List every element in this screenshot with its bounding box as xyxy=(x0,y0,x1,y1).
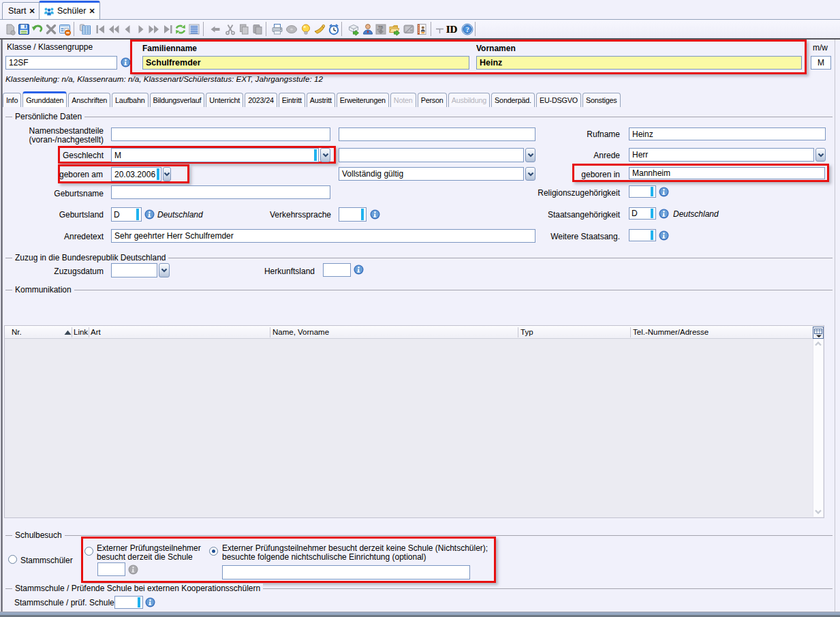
chevron-down-icon[interactable] xyxy=(815,148,826,162)
close-icon[interactable]: ✕ xyxy=(89,7,95,16)
column-header-link[interactable]: Link xyxy=(74,328,88,336)
herkunftsland-input[interactable] xyxy=(323,263,351,277)
table-config-button[interactable] xyxy=(813,327,824,339)
print-icon[interactable] xyxy=(270,22,284,36)
chevron-down-icon[interactable] xyxy=(525,148,535,162)
geschlecht-zusatz-combo[interactable] xyxy=(339,148,535,162)
first-record-icon[interactable] xyxy=(93,22,107,36)
tab-grunddaten[interactable]: Grunddaten xyxy=(22,91,67,107)
combo-field[interactable]: Vollständig gültig xyxy=(339,167,524,181)
column-header-name-vorname[interactable]: Name, Vorname xyxy=(273,328,329,336)
stammschueler-radio[interactable] xyxy=(8,555,17,564)
tab-laufbahn[interactable]: Laufbahn xyxy=(112,93,148,107)
new-record-icon[interactable] xyxy=(3,22,17,36)
fast-forward-icon[interactable] xyxy=(147,22,161,36)
chevron-down-icon[interactable] xyxy=(525,167,535,181)
column-header-art[interactable]: Art xyxy=(91,328,101,336)
verkehrssprache-input[interactable] xyxy=(339,207,367,222)
extern-besucht-schule-radio[interactable] xyxy=(84,547,93,556)
screen-icon[interactable] xyxy=(402,22,416,36)
student-icon[interactable] xyxy=(361,22,375,36)
tab-austritt[interactable]: Austritt xyxy=(307,93,335,107)
anrede-combo[interactable]: Herr xyxy=(629,148,826,162)
tab-2023-24[interactable]: 2023/24 xyxy=(245,93,277,107)
column-separator[interactable] xyxy=(89,327,89,337)
religion-input[interactable] xyxy=(629,185,656,198)
stammschule-info-icon[interactable] xyxy=(145,597,155,607)
undo-icon[interactable] xyxy=(31,22,44,36)
weitere-staatsang-info-icon[interactable] xyxy=(659,230,669,241)
id-button[interactable]: ID xyxy=(444,22,460,36)
staatsang-info-icon[interactable] xyxy=(659,209,669,219)
geboren-am-combo[interactable]: 20.03.2006 xyxy=(111,167,169,181)
herkunftsland-info-icon[interactable] xyxy=(354,265,364,275)
combo-field[interactable]: 20.03.2006 xyxy=(111,167,161,181)
window-tab-start[interactable]: Start ✕ xyxy=(2,2,42,19)
tab-erweiterungen[interactable]: Erweiterungen xyxy=(337,93,389,107)
geburtsname-input[interactable] xyxy=(111,185,330,199)
geschlecht-combo[interactable]: M xyxy=(111,148,330,162)
geburtsland-info-icon[interactable] xyxy=(144,209,155,220)
column-separator[interactable] xyxy=(518,327,518,337)
combo-field[interactable]: Herr xyxy=(629,148,814,162)
tb-transfer-icon[interactable]: TB xyxy=(374,22,388,36)
religion-info-icon[interactable] xyxy=(659,187,669,197)
anredetext-input[interactable]: Sehr geehrter Herr Schulfremder xyxy=(111,229,535,243)
previous-icon[interactable] xyxy=(121,22,134,36)
folder-export-icon[interactable] xyxy=(388,22,401,36)
list-view-icon[interactable] xyxy=(187,22,201,36)
mw-input[interactable]: M xyxy=(811,56,831,70)
tab-person[interactable]: Person xyxy=(418,93,447,107)
navigate-back-icon[interactable] xyxy=(208,22,222,36)
help-icon[interactable]: ? xyxy=(461,22,474,36)
last-record-icon[interactable] xyxy=(161,22,175,36)
tab-sonderpaed[interactable]: Sonderpäd. xyxy=(491,93,535,107)
chevron-down-icon[interactable] xyxy=(163,167,171,181)
column-header-tel[interactable]: Tel.-Nummer/Adresse xyxy=(633,328,709,336)
extern-keine-schule-radio[interactable] xyxy=(209,547,218,556)
stammschule-input[interactable] xyxy=(114,596,143,609)
staatsang-input[interactable]: D xyxy=(629,207,656,220)
report-icon[interactable] xyxy=(78,22,92,36)
tab-unterricht[interactable]: Unterricht xyxy=(206,93,243,107)
export-disc-icon[interactable] xyxy=(285,22,298,36)
combo-field[interactable]: M xyxy=(111,148,319,162)
gueltigkeit-combo[interactable]: Vollständig gültig xyxy=(339,167,535,181)
notification-icon[interactable] xyxy=(313,22,326,36)
nichtschulische-einrichtung-input[interactable] xyxy=(222,565,470,580)
module-export-icon[interactable] xyxy=(347,22,360,36)
familienname-input[interactable]: Schulfremder xyxy=(142,56,469,70)
chevron-down-icon[interactable] xyxy=(320,148,330,162)
reminder-icon[interactable] xyxy=(327,22,341,36)
copy-icon[interactable] xyxy=(237,22,251,36)
paste-icon[interactable] xyxy=(251,22,264,36)
window-tab-schueler[interactable]: Schüler ✕ xyxy=(39,1,100,19)
column-separator[interactable] xyxy=(72,327,72,337)
hint-icon[interactable] xyxy=(299,22,313,36)
rufname-input[interactable]: Heinz xyxy=(629,127,826,140)
address-book-icon[interactable] xyxy=(415,22,429,36)
column-header-nr[interactable]: Nr. xyxy=(12,328,22,336)
delete-record-icon[interactable] xyxy=(44,22,58,36)
namensbestandteile-nach-input[interactable] xyxy=(339,127,535,141)
sort-ascending-icon[interactable] xyxy=(64,330,72,335)
cut-icon[interactable] xyxy=(223,22,237,36)
tab-anschriften[interactable]: Anschriften xyxy=(68,93,110,107)
namensbestandteile-voran-input[interactable] xyxy=(111,127,330,141)
tab-info[interactable]: Info xyxy=(3,93,21,107)
combo-field[interactable] xyxy=(339,148,524,162)
klasse-info-icon[interactable] xyxy=(121,57,131,67)
scroll-down-icon[interactable] xyxy=(814,509,822,515)
tab-eintritt[interactable]: Eintritt xyxy=(279,93,305,107)
rewind-icon[interactable] xyxy=(107,22,121,36)
refresh-icon[interactable] xyxy=(174,22,187,36)
chevron-down-icon[interactable] xyxy=(159,263,170,277)
save-icon[interactable] xyxy=(17,22,31,36)
tab-bildungsverlauf[interactable]: Bildungsverlauf xyxy=(150,93,205,107)
next-icon[interactable] xyxy=(134,22,148,36)
tab-eu-dsgvo[interactable]: EU-DSGVO xyxy=(536,93,581,107)
klasse-input[interactable]: 12SF xyxy=(5,56,117,70)
vornamen-input[interactable]: Heinz xyxy=(476,56,802,70)
weitere-staatsang-input[interactable] xyxy=(629,229,656,241)
column-separator[interactable] xyxy=(630,327,631,337)
